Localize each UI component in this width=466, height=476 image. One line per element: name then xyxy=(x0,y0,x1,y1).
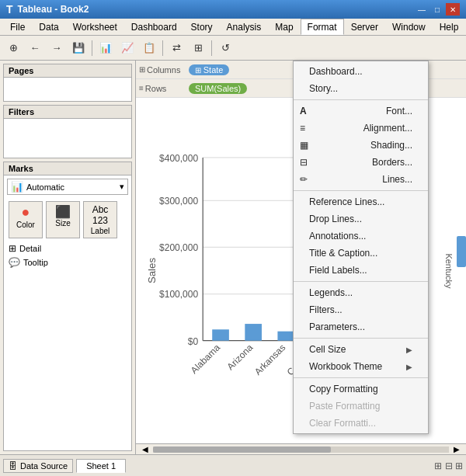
menu-option-story[interactable]: Story... xyxy=(294,80,428,97)
rows-label: ≡ Rows xyxy=(139,84,186,93)
color-icon: ● xyxy=(22,204,30,221)
menu-option-shading[interactable]: ▦ Shading... xyxy=(294,137,428,154)
toolbar-chart3[interactable]: 📋 xyxy=(139,39,159,57)
scroll-track[interactable] xyxy=(153,446,449,453)
menu-option-clear-formatting[interactable]: Clear Formatti... xyxy=(294,415,428,432)
menu-option-paste-formatting[interactable]: Paste Formatting xyxy=(294,398,428,415)
window-title: Tableau - Book2 xyxy=(18,4,89,15)
bar-alabama[interactable] xyxy=(212,329,229,340)
color-button[interactable]: ● Color xyxy=(9,201,43,238)
menu-data[interactable]: Data xyxy=(32,19,65,35)
size-icon: ⬛ xyxy=(55,204,71,219)
copy-formatting-label: Copy Formatting xyxy=(309,384,378,394)
toolbar-refresh[interactable]: ↺ xyxy=(215,39,235,57)
toolbar-sort[interactable]: ⊞ xyxy=(188,39,208,57)
app-icon: T xyxy=(6,3,13,16)
toolbar-back[interactable]: ← xyxy=(25,39,45,57)
menu-story[interactable]: Story xyxy=(184,19,220,35)
label-button[interactable]: Abc123 Label xyxy=(83,201,117,238)
menu-option-annotations[interactable]: Annotations... xyxy=(294,228,428,245)
svg-text:$300,000: $300,000 xyxy=(159,196,198,207)
marks-type-label: Automatic xyxy=(26,182,64,192)
menu-worksheet[interactable]: Worksheet xyxy=(66,19,124,35)
toolbar-new[interactable]: ⊕ xyxy=(3,39,23,57)
story-label: Story... xyxy=(309,83,338,94)
menu-help[interactable]: Help xyxy=(433,19,466,35)
toolbar-separator-1 xyxy=(92,40,92,56)
data-source-button[interactable]: 🗄 Data Source xyxy=(3,459,73,473)
tooltip-row[interactable]: 💬 Tooltip xyxy=(4,255,131,269)
filters-label: Filters... xyxy=(309,304,343,315)
menu-format[interactable]: Format xyxy=(301,19,344,35)
menu-file[interactable]: File xyxy=(3,19,32,35)
menu-option-copy-formatting[interactable]: Copy Formatting xyxy=(294,380,428,398)
menu-option-field-labels[interactable]: Field Labels... xyxy=(294,262,428,279)
svg-text:$400,000: $400,000 xyxy=(159,153,198,164)
sales-pill[interactable]: SUM(Sales) xyxy=(189,83,247,94)
menu-option-lines[interactable]: ✏ Lines... xyxy=(294,171,428,188)
menu-option-title-caption[interactable]: Title & Caption... xyxy=(294,245,428,262)
cell-size-label: Cell Size xyxy=(309,344,346,355)
h-scrollbar[interactable]: ◀ ▶ xyxy=(136,443,466,454)
menu-divider-3 xyxy=(294,281,428,282)
menu-option-filters[interactable]: Filters... xyxy=(294,301,428,318)
scroll-left-btn[interactable]: ◀ xyxy=(137,445,153,453)
scroll-right-btn[interactable]: ▶ xyxy=(449,445,464,453)
y-axis-label: Sales xyxy=(146,258,158,283)
label-icon: Abc123 xyxy=(92,204,109,227)
svg-text:$100,000: $100,000 xyxy=(159,289,198,300)
pages-title: Pages xyxy=(4,64,131,78)
columns-grid-icon: ⊞ xyxy=(139,65,145,74)
alignment-label: Alignment... xyxy=(363,123,412,134)
title-bar: T Tableau - Book2 — □ ✕ xyxy=(0,0,466,19)
annotations-label: Annotations... xyxy=(309,231,366,241)
toolbar-swap[interactable]: ⇄ xyxy=(166,39,186,57)
menu-option-workbook-theme[interactable]: Workbook Theme ▶ xyxy=(294,358,428,375)
format-dropdown-menu: Dashboard... Story... A Font... ≡ Alignm… xyxy=(293,61,429,434)
menu-divider-5 xyxy=(294,377,428,378)
toolbar-separator-3 xyxy=(211,40,212,56)
menu-option-borders[interactable]: ⊟ Borders... xyxy=(294,154,428,171)
maximize-button[interactable]: □ xyxy=(430,3,444,16)
state-pill[interactable]: ⊞ State xyxy=(189,64,229,75)
field-labels-label: Field Labels... xyxy=(309,265,367,276)
scroll-thumb[interactable] xyxy=(153,446,331,453)
bar-arizona[interactable] xyxy=(245,324,262,341)
menu-window[interactable]: Window xyxy=(385,19,433,35)
detail-label: Detail xyxy=(19,244,41,253)
close-button[interactable]: ✕ xyxy=(446,3,460,16)
toolbar-chart1[interactable]: 📊 xyxy=(96,39,116,57)
window-controls: — □ ✕ xyxy=(415,3,460,16)
menu-option-dashboard[interactable]: Dashboard... xyxy=(294,63,428,80)
menu-map[interactable]: Map xyxy=(268,19,300,35)
menu-option-cell-size[interactable]: Cell Size ▶ xyxy=(294,341,428,358)
drop-lines-label: Drop Lines... xyxy=(309,214,362,224)
lines-prefix-icon: ✏ xyxy=(300,174,312,185)
size-button[interactable]: ⬛ Size xyxy=(46,201,80,238)
menu-option-parameters[interactable]: Parameters... xyxy=(294,318,428,335)
menu-server[interactable]: Server xyxy=(344,19,385,35)
dropdown-arrow-icon: ▾ xyxy=(120,182,124,192)
menu-option-legends[interactable]: Legends... xyxy=(294,284,428,301)
toolbar-save[interactable]: 💾 xyxy=(68,39,89,57)
bar-chart-icon: 📊 xyxy=(11,181,23,193)
pages-section: Pages xyxy=(3,64,132,102)
menu-option-font[interactable]: A Font... xyxy=(294,102,428,120)
menu-option-reference-lines[interactable]: Reference Lines... xyxy=(294,193,428,210)
sheet1-tab[interactable]: Sheet 1 xyxy=(76,459,126,473)
minimize-button[interactable]: — xyxy=(415,3,429,16)
marks-type-dropdown[interactable]: 📊 Automatic ▾ xyxy=(7,179,128,195)
shading-label: Shading... xyxy=(370,140,412,151)
marks-title: Marks xyxy=(4,162,131,175)
detail-row[interactable]: ⊞ Detail xyxy=(4,241,131,255)
filters-section: Filters xyxy=(3,105,132,158)
menu-dashboard[interactable]: Dashboard xyxy=(124,19,184,35)
menu-analysis[interactable]: Analysis xyxy=(220,19,269,35)
toolbar-forward[interactable]: → xyxy=(47,39,67,57)
menu-option-alignment[interactable]: ≡ Alignment... xyxy=(294,120,428,137)
bar-arkansas[interactable] xyxy=(277,332,294,341)
shading-prefix-icon: ▦ xyxy=(300,140,312,151)
reference-lines-label: Reference Lines... xyxy=(309,196,384,207)
toolbar-chart2[interactable]: 📈 xyxy=(117,39,137,57)
menu-option-drop-lines[interactable]: Drop Lines... xyxy=(294,210,428,228)
